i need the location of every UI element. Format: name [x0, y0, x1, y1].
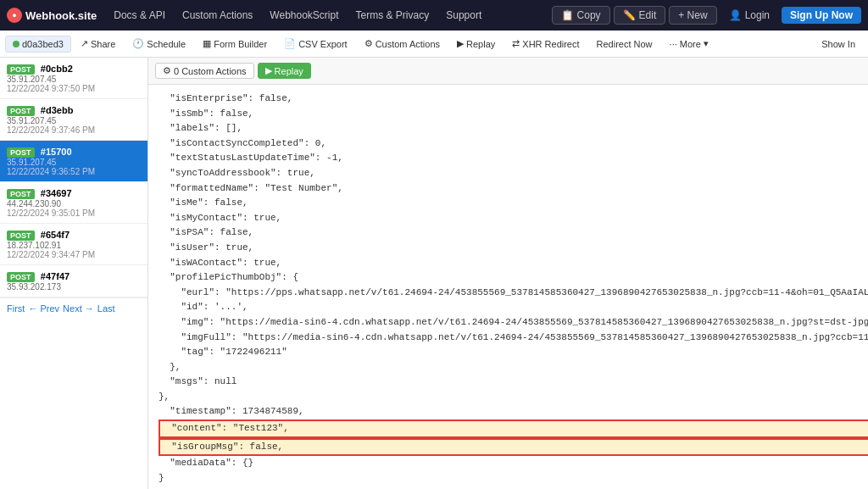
sidebar-item[interactable]: POST #0cbb2 35.91.207.45 12/22/2024 9:37…	[0, 58, 147, 99]
request-ip: 44.244.230.90	[7, 199, 141, 208]
sidebar-item[interactable]: POST #34697 44.244.230.90 12/22/2024 9:3…	[0, 182, 147, 224]
sidebar-list: POST #0cbb2 35.91.207.45 12/22/2024 9:37…	[0, 58, 147, 297]
request-ip: 18.237.102.91	[7, 241, 141, 250]
sidebar-item[interactable]: POST #d3ebb 35.91.207.45 12/22/2024 9:37…	[0, 99, 147, 141]
xhr-redirect-button[interactable]: ⇄ XHR Redirect	[504, 35, 587, 53]
sidebar-item[interactable]: POST #47f47 35.93.202.173	[0, 265, 147, 297]
request-id: #0cbb2	[41, 64, 73, 74]
nav-custom-actions[interactable]: Custom Actions	[175, 9, 259, 21]
copy-icon: 📋	[561, 9, 574, 21]
request-id: #47f47	[41, 271, 70, 281]
request-ip: 35.91.207.45	[7, 116, 141, 125]
play-icon: ▶	[457, 38, 464, 49]
share-icon: ↗	[81, 38, 88, 49]
clock-icon: 🕐	[132, 38, 144, 49]
request-id: #d3ebb	[41, 105, 74, 115]
edit-button[interactable]: ✏️ Edit	[614, 6, 666, 25]
play-icon: ▶	[265, 65, 272, 76]
request-id: #34697	[41, 188, 72, 198]
main-layout: POST #0cbb2 35.91.207.45 12/22/2024 9:37…	[0, 58, 868, 489]
request-time: 12/22/2024 9:35:01 PM	[7, 208, 141, 218]
next-page-link[interactable]: Next →	[63, 303, 94, 314]
replay-button[interactable]: ▶ Replay	[449, 35, 503, 53]
redirect-now-button[interactable]: Redirect Now	[589, 36, 660, 53]
nav-terms[interactable]: Terms & Privacy	[349, 9, 437, 21]
prev-page-link[interactable]: ← Prev	[28, 303, 59, 314]
sidebar-item[interactable]: POST #654f7 18.237.102.91 12/22/2024 9:3…	[0, 224, 147, 265]
schedule-button[interactable]: 🕐 Schedule	[125, 35, 193, 53]
nav-webhookscript[interactable]: WebhookScript	[263, 9, 345, 21]
file-icon: 📄	[284, 38, 296, 49]
request-id: #654f7	[41, 230, 70, 240]
request-ip: 35.93.202.173	[7, 282, 141, 292]
method-badge: POST	[7, 272, 35, 282]
more-button[interactable]: ··· More ▾	[662, 35, 716, 53]
request-time: 12/22/2024 9:37:46 PM	[7, 125, 141, 135]
replay-toolbar-btn[interactable]: ▶ Replay	[258, 63, 311, 79]
logo-icon: ●	[7, 8, 22, 23]
method-badge: POST	[7, 64, 35, 75]
token-id-item[interactable]: d0a3bed3	[5, 36, 71, 53]
xhr-icon: ⇄	[512, 38, 520, 49]
sub-nav: d0a3bed3 ↗ Share 🕐 Schedule ▦ Form Build…	[0, 31, 868, 58]
first-page-link[interactable]: First	[7, 303, 25, 314]
form-icon: ▦	[203, 38, 211, 49]
nav-docs[interactable]: Docs & API	[107, 9, 172, 21]
request-time: 12/22/2024 9:37:50 PM	[7, 84, 141, 93]
csv-export-button[interactable]: 📄 CSV Export	[276, 35, 354, 53]
person-icon: 👤	[729, 9, 742, 21]
content-toolbar: ⚙ 0 Custom Actions ▶ Replay	[148, 58, 868, 85]
edit-icon: ✏️	[623, 9, 636, 21]
show-in-button[interactable]: Show In	[814, 36, 863, 53]
signup-button[interactable]: Sign Up Now	[782, 7, 861, 24]
nav-support[interactable]: Support	[439, 9, 488, 21]
logo[interactable]: ● Webhook.site	[7, 8, 97, 23]
json-content: "isEnterprise": false, "isSmb": false, "…	[148, 85, 868, 489]
method-badge: POST	[7, 147, 35, 158]
active-dot	[13, 41, 19, 47]
content-area: ⚙ 0 Custom Actions ▶ Replay "isEnterpris…	[148, 58, 868, 489]
form-builder-button[interactable]: ▦ Form Builder	[195, 35, 275, 53]
logo-text: Webhook.site	[25, 9, 97, 22]
request-time: 12/22/2024 9:34:47 PM	[7, 250, 141, 259]
login-button[interactable]: 👤 Login	[721, 7, 778, 24]
request-ip: 35.91.207.45	[7, 75, 141, 84]
custom-actions-button[interactable]: ⚙ Custom Actions	[357, 35, 448, 53]
custom-actions-toolbar-btn[interactable]: ⚙ 0 Custom Actions	[155, 63, 254, 79]
method-badge: POST	[7, 106, 35, 116]
request-id: #15700	[41, 147, 72, 157]
sidebar-item[interactable]: POST #15700 35.91.207.45 12/22/2024 9:36…	[0, 141, 147, 182]
pagination: First ← Prev Next → Last	[0, 297, 147, 319]
last-page-link[interactable]: Last	[97, 303, 115, 314]
top-nav: ● Webhook.site Docs & API Custom Actions…	[0, 0, 868, 31]
sidebar: POST #0cbb2 35.91.207.45 12/22/2024 9:37…	[0, 58, 148, 489]
gear-icon: ⚙	[163, 65, 171, 76]
request-ip: 35.91.207.45	[7, 158, 141, 167]
chevron-down-icon: ▾	[704, 38, 709, 49]
method-badge: POST	[7, 189, 35, 199]
new-button[interactable]: + New	[669, 6, 716, 25]
method-badge: POST	[7, 231, 35, 241]
share-button[interactable]: ↗ Share	[73, 35, 123, 53]
request-time: 12/22/2024 9:36:52 PM	[7, 167, 141, 176]
gear-icon: ⚙	[364, 38, 373, 49]
copy-button[interactable]: 📋 Copy	[552, 6, 610, 25]
